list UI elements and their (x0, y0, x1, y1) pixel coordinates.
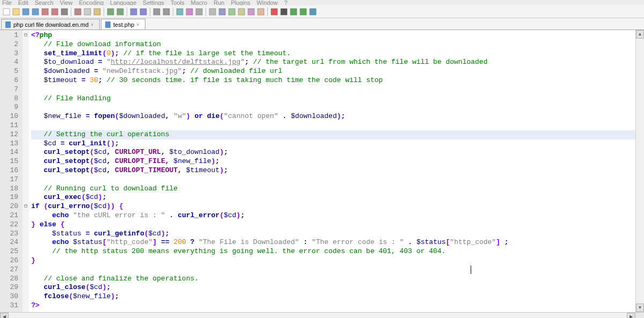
code-line[interactable]: // File Handling (31, 94, 635, 103)
close-all-icon[interactable] (50, 8, 59, 16)
word-wrap-icon[interactable] (185, 8, 194, 16)
code-line[interactable]: $cd = curl_init(); (31, 139, 635, 149)
code-line[interactable]: $downloaded = "newDelftstack.jpg"; // do… (31, 67, 635, 76)
menu-window[interactable]: Window (257, 0, 277, 5)
code-line[interactable]: // Running curl to download file (31, 184, 635, 194)
code-line[interactable]: $status = curl_getinfo($cd); (31, 230, 635, 239)
code-line[interactable]: curl_setopt($cd, CURLOPT_FILE, $new_file… (31, 157, 635, 166)
close-icon[interactable]: × (136, 22, 142, 27)
close-icon[interactable]: × (91, 22, 96, 27)
print-icon[interactable] (60, 8, 69, 16)
code-line[interactable] (31, 265, 635, 275)
code-line[interactable] (31, 121, 635, 130)
save-all-icon[interactable] (31, 8, 40, 16)
menu-edit[interactable]: Edit (18, 0, 28, 5)
new-file-icon[interactable] (2, 8, 11, 16)
macro-multi-icon[interactable] (299, 8, 308, 16)
paste-icon[interactable] (93, 8, 101, 16)
code-line[interactable]: curl_setopt($cd, CURLOPT_TIMEOUT, $timeo… (31, 166, 635, 175)
code-line[interactable]: // the http status 200 means everything … (31, 247, 635, 256)
code-line[interactable] (31, 103, 635, 112)
menu-search[interactable]: Search (35, 0, 54, 5)
macro-stop-icon[interactable] (280, 8, 288, 16)
code-line[interactable]: if (curl_errno($cd)) { (31, 202, 635, 211)
scroll-left-icon[interactable]: ◀ (0, 313, 9, 318)
menu-plugins[interactable]: Plugins (231, 0, 250, 5)
code-line[interactable]: curl_setopt($cd, CURLOPT_URL, $to_downlo… (31, 148, 635, 157)
sync-icon[interactable] (175, 8, 184, 16)
lang-icon[interactable] (218, 8, 226, 16)
menu-tools[interactable]: Tools (171, 0, 185, 5)
hscroll-track[interactable] (9, 313, 627, 318)
macro-save-icon[interactable] (309, 8, 317, 16)
toolbar-separator (71, 8, 71, 16)
fold-marker[interactable]: ⊟ (23, 31, 29, 40)
zoom-out-icon[interactable] (162, 8, 171, 16)
fold-marker (23, 265, 29, 275)
code-line[interactable]: // File download information (31, 40, 635, 49)
code-line[interactable]: } (31, 256, 635, 265)
code-view[interactable]: <?php // File download information set_t… (29, 30, 635, 312)
code-line[interactable]: fclose($new_file); (31, 292, 635, 301)
code-line[interactable]: curl_exec($cd); (31, 193, 635, 202)
macro-record-icon[interactable] (270, 8, 279, 16)
save-icon[interactable] (21, 8, 30, 16)
code-line[interactable]: ?> (31, 301, 635, 310)
menu-view[interactable]: View (60, 0, 73, 5)
scroll-down-icon[interactable]: ▼ (636, 304, 644, 312)
macro-play-icon[interactable] (289, 8, 298, 16)
code-line[interactable]: // close and finalize the operations. (31, 275, 635, 284)
code-line[interactable]: <?php (31, 31, 635, 40)
code-line[interactable]: } else { (31, 220, 635, 230)
tab-test-php[interactable]: test.php× (101, 19, 145, 29)
copy-icon[interactable] (83, 8, 92, 16)
tab-php-curl-file-download-en-md[interactable]: php curl file download.en.md× (1, 19, 100, 29)
code-line[interactable]: $new_file = fopen($downloaded, "w") or d… (31, 112, 635, 121)
code-line[interactable]: curl_close($cd); (31, 283, 635, 292)
svg-rect-24 (258, 9, 264, 15)
code-line[interactable]: // Setting the curl operations (31, 130, 635, 139)
fold-marker (23, 175, 29, 184)
indent-guide-icon[interactable] (208, 8, 217, 16)
menu-settings[interactable]: Settings (143, 0, 164, 5)
fold-marker[interactable]: ⊟ (23, 202, 29, 211)
fold-marker (23, 148, 29, 157)
svg-rect-16 (177, 9, 183, 15)
menu-encoding[interactable]: Encoding (79, 0, 104, 5)
code-line[interactable]: $timeout = 30; // 30 seconds time. if fi… (31, 76, 635, 85)
replace-icon[interactable] (139, 8, 148, 16)
doc-list-icon[interactable] (237, 8, 246, 16)
fold-marker (23, 94, 29, 103)
zoom-in-icon[interactable] (152, 8, 161, 16)
code-line[interactable]: set_time_limit(0); // if the file is lar… (31, 49, 635, 58)
fold-marker (23, 76, 29, 85)
menu-help[interactable]: ? (284, 0, 287, 5)
open-file-icon[interactable] (12, 8, 20, 16)
doc-map-icon[interactable] (228, 8, 236, 16)
folder-icon[interactable] (257, 8, 265, 16)
vertical-scrollbar[interactable]: ▲ ▼ (635, 30, 644, 312)
code-line[interactable]: echo $status["http_code"] == 200 ? "The … (31, 238, 635, 247)
menu-run[interactable]: Run (214, 0, 224, 5)
code-line[interactable] (31, 85, 635, 94)
horizontal-scrollbar[interactable]: ◀ ▶ (0, 312, 644, 318)
cut-icon[interactable] (74, 8, 82, 16)
find-icon[interactable] (129, 8, 138, 16)
undo-icon[interactable] (106, 8, 115, 16)
fold-column: ⊟⊟ (23, 30, 29, 312)
svg-rect-20 (219, 9, 225, 15)
svg-rect-28 (300, 9, 306, 15)
redo-icon[interactable] (116, 8, 125, 16)
code-line[interactable]: echo "the cURL error is : " . curl_error… (31, 211, 635, 220)
show-all-icon[interactable] (195, 8, 203, 16)
line-number: 11 (0, 121, 23, 130)
close-icon[interactable] (41, 8, 49, 16)
code-line[interactable] (31, 175, 635, 184)
code-line[interactable]: $to_download = "http://localhost/delftst… (31, 58, 635, 67)
menu-file[interactable]: File (2, 0, 12, 5)
scroll-up-icon[interactable]: ▲ (636, 30, 644, 39)
menu-language[interactable]: Language (110, 0, 136, 5)
func-list-icon[interactable] (247, 8, 255, 16)
scroll-right-icon[interactable]: ▶ (627, 313, 635, 318)
menu-macro[interactable]: Macro (191, 0, 207, 5)
